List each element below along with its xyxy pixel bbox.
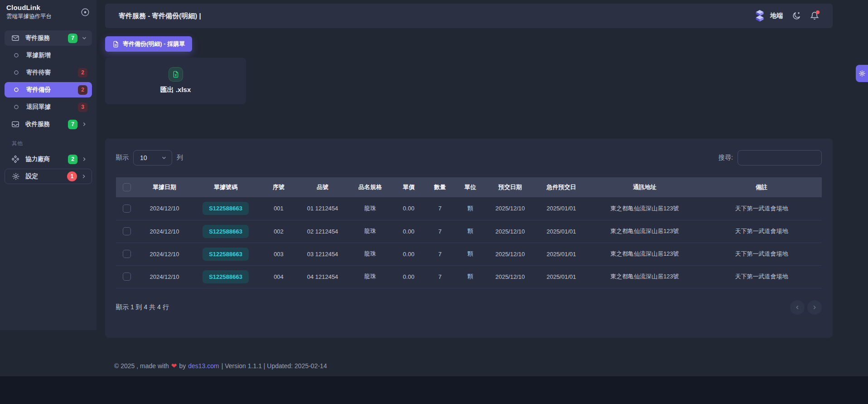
excel-file-icon: [169, 68, 183, 81]
sidebar-item-pending-review[interactable]: 寄件待審 2: [5, 65, 92, 80]
cell-unit: 顆: [455, 197, 486, 220]
column-header: 單據號碼: [191, 177, 260, 197]
sidebar-item-settings[interactable]: 設定 1: [5, 169, 92, 184]
cell-qty: 7: [425, 220, 455, 243]
row-checkbox[interactable]: [123, 250, 131, 258]
next-page-button[interactable]: [807, 300, 822, 315]
cell-item-name: 龍珠: [348, 220, 392, 243]
document-number-pill[interactable]: S122588663: [203, 225, 249, 238]
gear-icon: [11, 172, 20, 180]
environment-label: 地端: [770, 12, 783, 20]
table-row: 2024/12/10 S122588663 003 03 1212454 龍珠 …: [116, 243, 822, 265]
row-checkbox[interactable]: [123, 204, 131, 213]
sidebar-item-label: 單據新增: [26, 51, 51, 59]
cell-item-name: 龍珠: [348, 243, 392, 265]
chevron-left-icon: [794, 304, 800, 311]
sidebar: CloudLink 雲端單據協作平台 寄件服務 7: [0, 0, 96, 330]
sidebar-item-label: 寄件服務: [25, 34, 50, 42]
table-footer: 顯示 1 到 4 共 4 行: [116, 300, 822, 315]
cell-date: 2024/12/10: [138, 265, 191, 288]
page-size-select[interactable]: 10: [133, 150, 172, 165]
cell-item-no: 02 1212454: [297, 220, 348, 243]
sidebar-collapse-icon[interactable]: [80, 7, 90, 17]
copyright-text: © 2025 , made with: [114, 362, 169, 370]
envelope-icon: [11, 34, 20, 42]
cell-address: 東之都亀仙流深山居123號: [588, 220, 701, 243]
search-input[interactable]: [738, 150, 822, 165]
cell-seq: 004: [260, 265, 297, 288]
column-header: 備註: [701, 177, 822, 197]
sidebar-item-returned-documents[interactable]: 退回單據 3: [5, 99, 92, 115]
cell-item-name: 龍珠: [348, 197, 392, 220]
table-row: 2024/12/10 S122588663 004 04 1212454 龍珠 …: [116, 265, 822, 288]
brand-subtitle: 雲端單據協作平台: [6, 13, 52, 20]
document-icon: [112, 41, 119, 48]
table-row: 2024/12/10 S122588663 002 02 1212454 龍珠 …: [116, 220, 822, 243]
cell-seq: 001: [260, 197, 297, 220]
sidebar-item-label: 寄件待審: [26, 68, 51, 77]
notifications-bell-icon[interactable]: [810, 11, 819, 20]
count-badge: 2: [68, 155, 77, 164]
footer: © 2025 , made with ❤ by des13.com | Vers…: [114, 362, 327, 370]
report-button-label: 寄件備份(明細) - 採購單: [123, 40, 185, 48]
footer-link[interactable]: des13.com: [188, 362, 219, 370]
chevron-right-icon: [81, 156, 87, 162]
row-checkbox[interactable]: [123, 227, 131, 235]
chevron-down-icon: [161, 155, 167, 161]
export-xlsx-card[interactable]: 匯出 .xlsx: [105, 58, 246, 104]
cell-qty: 7: [425, 197, 455, 220]
circle-bullet-icon: [13, 87, 20, 92]
cell-note: 天下第一武道會場地: [701, 220, 822, 243]
diamonds-icon: [11, 155, 20, 163]
document-number-pill[interactable]: S122588663: [203, 202, 249, 215]
cell-note: 天下第一武道會場地: [701, 243, 822, 265]
column-header: 單價: [392, 177, 425, 197]
cell-unit: 顆: [455, 265, 486, 288]
cell-item-no: 03 1212454: [297, 243, 348, 265]
cell-seq: 003: [260, 243, 297, 265]
cell-urgent-date: 2025/01/01: [535, 243, 588, 265]
document-number-pill[interactable]: S122588663: [203, 270, 249, 283]
column-header: 品名規格: [348, 177, 392, 197]
cell-unit-price: 0.00: [392, 265, 425, 288]
cell-unit: 顆: [455, 243, 486, 265]
cell-unit-price: 0.00: [392, 220, 425, 243]
cell-unit: 顆: [455, 220, 486, 243]
count-badge: 3: [78, 102, 87, 112]
gear-icon: [858, 70, 866, 77]
report-purchase-order-button[interactable]: 寄件備份(明細) - 採購單: [105, 36, 192, 52]
count-badge: 7: [68, 34, 77, 43]
page-size-value: 10: [140, 154, 147, 161]
sidebar-item-send-backup[interactable]: 寄件備份 2: [5, 82, 92, 97]
row-checkbox[interactable]: [123, 273, 131, 281]
breadcrumb: 寄件服務 - 寄件備份(明細) |: [119, 12, 201, 20]
brand: CloudLink 雲端單據協作平台: [0, 0, 96, 23]
documents-table: 單據日期 單據號碼 序號 品號 品名規格 單價 數量 單位 預交日期 急件預交日…: [116, 177, 822, 288]
cell-urgent-date: 2025/01/01: [535, 220, 588, 243]
sidebar-item-partners[interactable]: 協力廠商 2: [5, 151, 92, 167]
data-table-card: 顯示 10 列 搜尋:: [105, 138, 833, 338]
sidebar-item-label: 協力廠商: [25, 155, 50, 163]
previous-page-button[interactable]: [790, 300, 805, 315]
sidebar-item-receive-service[interactable]: 收件服務 7: [5, 117, 92, 132]
table-row: 2024/12/10 S122588663 001 01 1212454 龍珠 …: [116, 197, 822, 220]
sidebar-item-label: 收件服務: [25, 120, 50, 128]
cell-address: 東之都亀仙流深山居123號: [588, 197, 701, 220]
customizer-gear-button[interactable]: [856, 65, 868, 82]
cell-due-date: 2025/12/10: [486, 243, 535, 265]
sidebar-item-label: 設定: [26, 172, 38, 180]
rows-summary: 顯示 1 到 4 共 4 行: [116, 303, 169, 312]
cell-due-date: 2025/12/10: [486, 197, 535, 220]
document-number-pill[interactable]: S122588663: [203, 248, 249, 261]
cell-item-name: 龍珠: [348, 265, 392, 288]
cell-due-date: 2025/12/10: [486, 220, 535, 243]
sidebar-item-send-service[interactable]: 寄件服務 7: [5, 30, 92, 46]
table-controls: 顯示 10 列 搜尋:: [116, 150, 822, 165]
select-all-checkbox[interactable]: [123, 183, 131, 191]
cell-note: 天下第一武道會場地: [701, 197, 822, 220]
cell-qty: 7: [425, 265, 455, 288]
environment-selector[interactable]: 地端: [753, 9, 783, 23]
sidebar-item-new-document[interactable]: 單據新增: [5, 48, 92, 63]
dark-mode-toggle-icon[interactable]: [792, 11, 801, 20]
circle-bullet-icon: [13, 104, 20, 110]
